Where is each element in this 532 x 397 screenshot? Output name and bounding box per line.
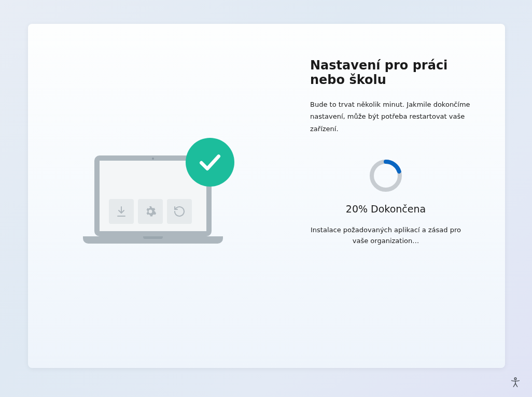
progress-percent: 20% bbox=[346, 203, 368, 215]
progress-text: 20% Dokončena bbox=[346, 203, 426, 215]
checkmark-badge bbox=[186, 138, 234, 187]
gear-icon bbox=[138, 199, 163, 224]
progress-section: 20% Dokončena Instalace požadovaných apl… bbox=[267, 159, 505, 247]
accessibility-button[interactable] bbox=[508, 375, 523, 390]
download-icon bbox=[109, 199, 134, 224]
laptop-illustration bbox=[94, 155, 231, 257]
content-pane: Nastavení pro práci nebo školu Bude to t… bbox=[267, 24, 505, 368]
illustration-pane bbox=[28, 24, 267, 368]
refresh-icon bbox=[167, 199, 192, 224]
progress-status: Instalace požadovaných aplikací a zásad … bbox=[308, 225, 464, 247]
accessibility-icon bbox=[510, 377, 521, 388]
screen-tiles bbox=[109, 199, 192, 224]
progress-ring bbox=[369, 159, 403, 193]
page-title: Nastavení pro práci nebo školu bbox=[310, 58, 480, 87]
svg-point-2 bbox=[514, 378, 516, 380]
page-subtitle: Bude to trvat několik minut. Jakmile dok… bbox=[310, 98, 480, 135]
laptop-base bbox=[83, 236, 223, 244]
setup-card: Nastavení pro práci nebo školu Bude to t… bbox=[28, 24, 505, 368]
progress-done-label: Dokončena bbox=[371, 203, 426, 215]
